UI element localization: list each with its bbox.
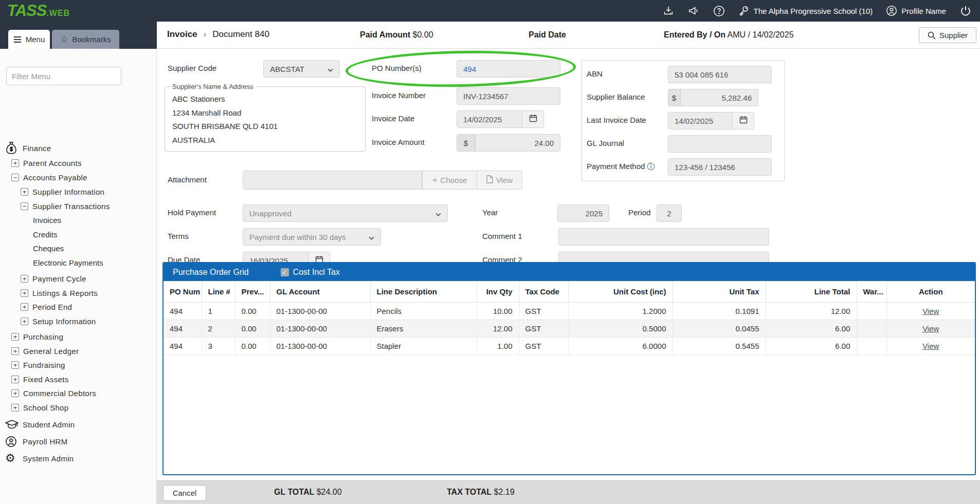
expand-plus-icon[interactable]: + [21, 188, 28, 196]
sidebar-item-accounts-payable[interactable]: − Accounts Payable [0, 171, 156, 183]
logout-power-icon[interactable] [959, 5, 972, 17]
po-numbers-input[interactable]: 494 [457, 60, 560, 78]
app-window: TASS.WEB The Alpha Progressive School (1… [0, 0, 980, 504]
chevron-down-icon [435, 209, 441, 218]
sidebar-item-school-shop[interactable]: + School Shop [0, 401, 156, 414]
attachment-choose-button[interactable]: Choose [422, 171, 477, 190]
attachment-label: Attachment [168, 175, 207, 184]
cancel-button[interactable]: Cancel [163, 485, 206, 501]
page-header: Invoice Document 840 Paid Amount $0.00 P… [157, 22, 980, 49]
sidebar-item-purchasing[interactable]: + Purchasing [0, 330, 156, 343]
logo-text-web: .WEB [46, 9, 70, 17]
collapse-minus-icon[interactable]: − [21, 202, 28, 210]
school-name: The Alpha Progressive School (10) [754, 7, 873, 15]
attachment-view-button[interactable]: View [477, 171, 522, 190]
view-line-link[interactable]: View [922, 324, 939, 333]
collapse-minus-icon[interactable]: − [11, 174, 19, 181]
sidebar-item-cheques[interactable]: Cheques [0, 242, 156, 254]
sidebar-item-invoices[interactable]: Invoices [0, 214, 156, 226]
breadcrumb-separator-icon [204, 29, 207, 40]
hold-payment-select[interactable]: Unapproved [243, 204, 448, 222]
gl-journal-value [668, 135, 772, 153]
search-icon [928, 31, 936, 40]
view-line-link[interactable]: View [922, 307, 939, 315]
expand-plus-icon[interactable]: + [21, 275, 28, 283]
filter-menu-input[interactable] [6, 67, 121, 85]
sidebar-item-parent-accounts[interactable]: + Parent Accounts [0, 157, 156, 169]
expand-plus-icon[interactable]: + [11, 404, 19, 412]
profile-menu[interactable]: Profile Name [886, 5, 946, 16]
sidebar-item-payroll-hrm[interactable]: Payroll HRM [0, 435, 156, 447]
supplier-button-label: Supplier [939, 31, 968, 40]
sidebar-item-general-ledger[interactable]: + General Ledger [0, 345, 156, 357]
sidebar-item-period-end[interactable]: + Period End [0, 301, 156, 313]
gl-total-value: $24.00 [317, 488, 342, 496]
col-line-description: Line Description [370, 281, 477, 302]
supplier-code-select[interactable]: ABCSTAT [263, 60, 340, 78]
abn-value: 53 004 085 616 [668, 66, 772, 83]
entered-by-value: AMU / 14/02/2025 [728, 30, 794, 39]
sidebar-item-electronic-payments[interactable]: Electronic Payments [0, 256, 156, 269]
school-selector[interactable]: The Alpha Progressive School (10) [738, 5, 873, 16]
cost-incl-tax-label: Cost Incl Tax [293, 268, 340, 277]
expand-plus-icon[interactable]: + [11, 376, 19, 383]
terms-label: Terms [168, 232, 189, 240]
invoice-date-input[interactable]: 14/02/2025 [457, 110, 522, 128]
terms-select[interactable]: Payment due within 30 days [243, 228, 381, 246]
supplier-balance-currency: $ [668, 89, 680, 106]
expand-plus-icon[interactable]: + [11, 361, 19, 369]
tab-bookmarks[interactable]: Bookmarks [52, 30, 119, 49]
sidebar: $ Finance + Parent Accounts − Accounts P… [0, 49, 157, 504]
sidebar-item-student-admin[interactable]: Student Admin [0, 418, 156, 431]
expand-plus-icon[interactable]: + [21, 303, 28, 311]
topbar-actions: The Alpha Progressive School (10) Profil… [663, 0, 972, 22]
cost-incl-tax-checkbox[interactable] [281, 268, 289, 276]
col-action: Action [886, 281, 975, 302]
expand-plus-icon[interactable]: + [11, 347, 19, 355]
svg-text:$: $ [10, 146, 13, 152]
last-invoice-date-label: Last Invoice Date [587, 116, 646, 124]
payment-method-value: 123-456 / 123456 [668, 158, 772, 176]
sidebar-item-payment-cycle[interactable]: + Payment Cycle [0, 272, 156, 285]
supplier-button[interactable]: Supplier [919, 27, 976, 43]
expand-plus-icon[interactable]: + [21, 289, 28, 297]
supplier-address-legend: Supplier's Name & Address [170, 83, 256, 90]
help-icon[interactable] [713, 5, 725, 17]
paid-date-label: Paid Date [529, 30, 566, 39]
year-input: 2025 [557, 204, 609, 222]
expand-plus-icon[interactable]: + [11, 159, 19, 167]
comment1-input[interactable] [558, 228, 769, 246]
sidebar-item-supplier-transactions[interactable]: − Supplier Transactions [0, 200, 156, 212]
sidebar-item-system-admin[interactable]: System Admin [0, 452, 156, 464]
tass-web-logo[interactable]: TASS.WEB [7, 2, 70, 20]
table-header-row: PO Num Line # Prev... GL Account Line De… [164, 281, 975, 302]
sidebar-item-credits[interactable]: Credits [0, 228, 156, 240]
expand-plus-icon[interactable]: + [21, 318, 28, 325]
expand-plus-icon[interactable]: + [11, 389, 19, 397]
download-icon[interactable] [663, 5, 674, 16]
tab-menu[interactable]: Menu [8, 30, 50, 49]
col-tax-code: Tax Code [519, 281, 568, 302]
gear-icon [5, 452, 15, 465]
supplier-balance-value: 5,282.46 [680, 89, 758, 106]
last-invoice-date-calendar-button[interactable] [733, 112, 754, 129]
invoice-date-calendar-button[interactable] [522, 110, 544, 128]
sidebar-item-fixed-assets[interactable]: + Fixed Assets [0, 373, 156, 385]
money-bag-icon: $ [5, 141, 17, 155]
breadcrumb-invoice[interactable]: Invoice [167, 29, 197, 40]
document-icon [486, 175, 493, 185]
sidebar-item-fundraising[interactable]: + Fundraising [0, 359, 156, 371]
view-line-link[interactable]: View [922, 342, 939, 350]
announcements-icon[interactable] [687, 5, 700, 16]
sidebar-item-supplier-information[interactable]: + Supplier Information [0, 185, 156, 198]
supplier-address-box: Supplier's Name & Address ABC Stationers… [165, 83, 366, 152]
sidebar-item-listings-reports[interactable]: + Listings & Reports [0, 287, 156, 299]
expand-plus-icon[interactable]: + [11, 333, 19, 341]
col-warning: War... [857, 281, 886, 302]
sidebar-item-commercial-debtors[interactable]: + Commercial Debtors [0, 387, 156, 399]
sidebar-item-finance[interactable]: $ Finance [0, 142, 156, 154]
period-label: Period [628, 208, 650, 217]
sidebar-item-setup-information[interactable]: + Setup Information [0, 315, 156, 327]
info-icon[interactable] [647, 162, 655, 171]
purchase-order-grid-panel: Purchase Order Grid Cost Incl Tax PO Num… [162, 262, 976, 475]
